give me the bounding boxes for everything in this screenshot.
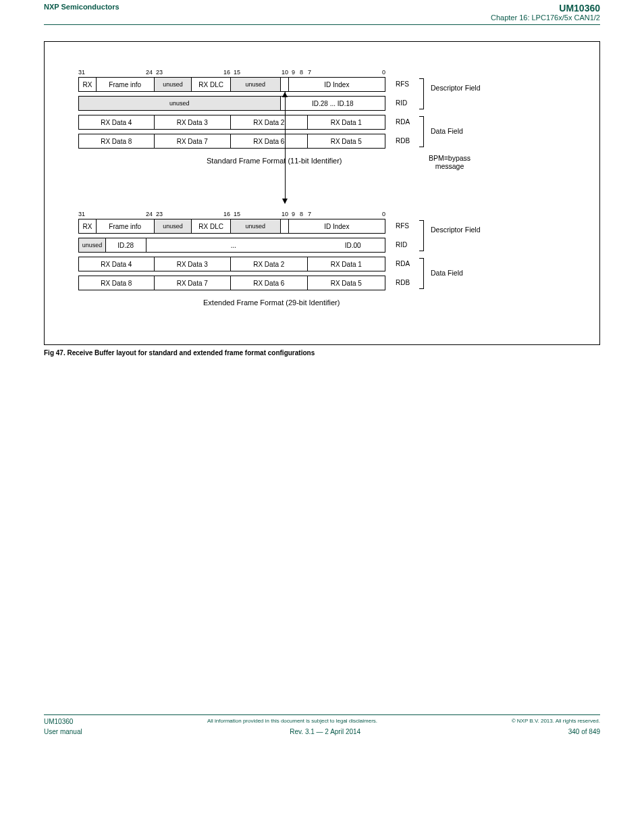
reg: RDB	[396, 279, 410, 286]
footer-bl: User manual	[44, 728, 82, 735]
side: Descriptor Field	[431, 226, 481, 234]
bit: 23	[156, 211, 163, 217]
reg: RID	[396, 241, 407, 249]
reg: RID	[396, 99, 407, 107]
cell: RX Data 3	[155, 257, 232, 271]
cell: RX Data 1	[308, 115, 385, 129]
bit: 7	[308, 69, 311, 76]
bit: 31	[78, 211, 85, 217]
bit: 23	[156, 69, 163, 76]
bit: 15	[234, 69, 240, 76]
reg: RDA	[396, 260, 410, 267]
cell: unused	[231, 78, 281, 91]
chapter: Chapter 16: LPC176x/5x CAN1/2	[491, 14, 600, 22]
cell: RX Data 5	[308, 276, 385, 290]
cell: ID Index	[289, 219, 385, 233]
cell: ...	[146, 238, 321, 252]
bit: 16	[223, 211, 230, 217]
cell: RX Data 5	[308, 134, 385, 148]
bit: 10	[281, 69, 288, 76]
cell-blank	[281, 78, 289, 91]
caption: Standard Frame Format (11-bit Identifier…	[207, 157, 342, 165]
bit: 10	[281, 211, 288, 217]
cell: ID.00	[321, 238, 385, 252]
cell: RX Data 8	[79, 276, 155, 290]
bit: 31	[78, 69, 85, 76]
bit: 8	[300, 69, 303, 76]
cell: RX Data 2	[231, 115, 308, 129]
cell: RX Data 3	[155, 115, 232, 129]
cell: Frame info	[97, 219, 155, 233]
cell-blank	[281, 219, 289, 233]
cell: RX Data 2	[231, 257, 308, 271]
side: Data Field	[431, 269, 463, 277]
reg: RDB	[396, 137, 410, 145]
side: Data Field	[431, 127, 463, 135]
bit: 24	[146, 69, 153, 76]
reg: RFS	[396, 80, 409, 88]
bpm: BPM=bypass message	[416, 154, 483, 170]
bit: 9	[292, 211, 295, 217]
footer-mid: All information provided in this documen…	[207, 718, 377, 725]
vendor: NXP Semiconductors	[44, 3, 119, 22]
cell: RX	[79, 78, 97, 91]
side: Descriptor Field	[431, 84, 481, 92]
caption: Extended Frame Format (29-bit Identifier…	[203, 298, 340, 307]
cell: RX Data 4	[79, 115, 155, 129]
cell: RX Data 4	[79, 257, 155, 271]
cell: unused	[155, 78, 192, 91]
cell: RX DLC	[192, 219, 231, 233]
reg: RFS	[396, 222, 409, 230]
cell: RX Data 7	[155, 276, 232, 290]
cell: RX Data 7	[155, 134, 232, 148]
cell: RX Data 8	[79, 134, 155, 148]
bit: 16	[223, 69, 230, 76]
bit: 0	[382, 69, 385, 76]
cell: ID Index	[289, 78, 385, 91]
bit: 15	[234, 211, 240, 217]
fig-caption: Fig 47. Receive Buffer layout for standa…	[44, 349, 315, 357]
cell: RX Data 1	[308, 257, 385, 271]
cell: unused	[79, 97, 281, 110]
bit: 24	[146, 211, 153, 217]
cell: unused	[155, 219, 192, 233]
footer-right: © NXP B.V. 2013. All rights reserved.	[512, 718, 600, 725]
bit: 8	[300, 211, 303, 217]
cell: RX DLC	[192, 78, 231, 91]
doc-id: UM10360	[491, 3, 600, 14]
footer-bm: Rev. 3.1 — 2 April 2014	[290, 728, 360, 735]
footer-br: 340 of 849	[568, 728, 600, 735]
cell: ID.28 ... ID.18	[281, 97, 385, 110]
figure-box: 31 24 23 16 15 10 9 8 7 0 RX Frame info …	[44, 41, 600, 345]
bit: 0	[382, 211, 385, 217]
cell: ID.28	[106, 238, 146, 252]
bit: 7	[308, 211, 311, 217]
cell: RX Data 6	[231, 134, 308, 148]
cell: unused	[79, 238, 106, 252]
cell: RX Data 6	[231, 276, 308, 290]
bit: 9	[292, 69, 295, 76]
cell: RX	[79, 219, 97, 233]
cell: Frame info	[97, 78, 155, 91]
cell: unused	[231, 219, 281, 233]
reg: RDA	[396, 118, 410, 126]
footer-left: UM10360	[44, 718, 73, 725]
